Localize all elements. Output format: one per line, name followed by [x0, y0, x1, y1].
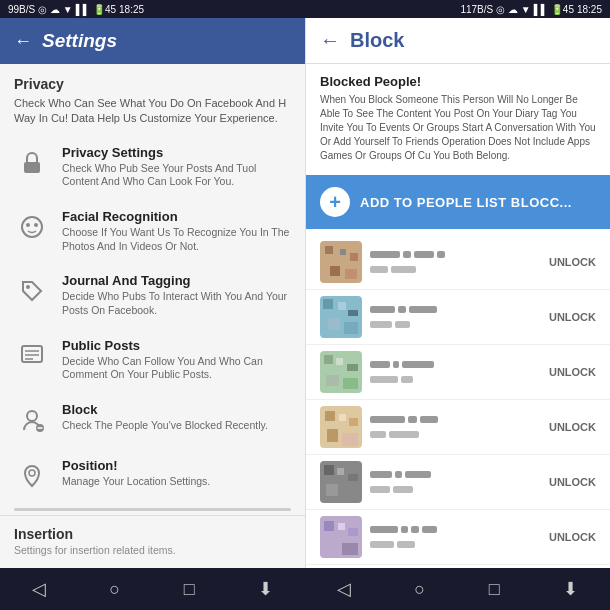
facial-recognition-title: Facial Recognition — [62, 209, 291, 224]
svg-rect-24 — [344, 322, 358, 334]
main-container: ← Settings Privacy Check Who Can See Wha… — [0, 18, 610, 568]
svg-rect-20 — [323, 299, 333, 309]
svg-rect-34 — [349, 418, 358, 426]
left-back-arrow[interactable]: ← — [14, 31, 32, 52]
add-to-blocked-list-button[interactable]: + ADD TO PEOPLE LIST BLOCC... — [306, 175, 610, 229]
nav-recents-icon[interactable]: □ — [184, 579, 195, 600]
journal-tagging-title: Journal And Tagging — [62, 273, 291, 288]
right-icons: ◎ ☁ ▼ — [496, 4, 530, 15]
nav-home-right-icon[interactable]: ○ — [414, 579, 425, 600]
unlock-button-3[interactable]: UNLOCK — [549, 366, 596, 378]
sidebar-item-public-posts[interactable]: Public Posts Decide Who Can Follow You A… — [0, 328, 305, 392]
svg-rect-39 — [337, 468, 344, 475]
journal-tagging-desc: Decide Who Pubs To Interact With You And… — [62, 290, 291, 317]
privacy-settings-text: Privacy Settings Check Who Pub See Your … — [62, 145, 291, 189]
blocked-user-5: UNLOCK — [306, 455, 610, 510]
svg-rect-32 — [325, 411, 335, 421]
svg-rect-36 — [342, 433, 358, 446]
sidebar-item-privacy-settings[interactable]: Privacy Settings Check Who Pub See Your … — [0, 135, 305, 199]
blocked-people-desc: When You Block Someone This Person Will … — [320, 93, 596, 163]
add-plus-icon: + — [320, 187, 350, 217]
svg-rect-21 — [338, 302, 346, 310]
insertion-desc: Settings for insertion related items. — [14, 544, 291, 556]
user-name-blocks-2 — [370, 306, 541, 313]
sidebar-item-facial-recognition[interactable]: Facial Recognition Choose If You Want Us… — [0, 199, 305, 263]
insertion-title: Insertion — [14, 526, 291, 542]
svg-rect-35 — [327, 429, 338, 442]
right-title: Block — [350, 29, 404, 52]
unlock-button-6[interactable]: UNLOCK — [549, 531, 596, 543]
svg-rect-23 — [328, 318, 340, 330]
svg-rect-30 — [343, 378, 358, 389]
svg-rect-15 — [340, 249, 346, 255]
facial-recognition-desc: Choose If You Want Us To Recognize You I… — [62, 226, 291, 253]
public-posts-title: Public Posts — [62, 338, 291, 353]
right-panel: ← Block Blocked People! When You Block S… — [305, 18, 610, 568]
nav-menu-right-icon[interactable]: ⬇ — [563, 578, 578, 600]
user-avatar-4 — [320, 406, 362, 448]
svg-rect-47 — [326, 540, 338, 552]
unlock-button-5[interactable]: UNLOCK — [549, 476, 596, 488]
user-avatar-5 — [320, 461, 362, 503]
svg-rect-44 — [324, 521, 334, 531]
location-icon — [14, 458, 50, 494]
nav-back-right-icon[interactable]: ◁ — [337, 578, 351, 600]
right-speed: 117B/S — [460, 4, 493, 15]
right-back-arrow[interactable]: ← — [320, 29, 340, 52]
svg-rect-22 — [348, 310, 358, 316]
privacy-section-desc: Check Who Can See What You Do On Faceboo… — [14, 96, 291, 127]
svg-rect-29 — [326, 375, 339, 386]
left-content: Privacy Check Who Can See What You Do On… — [0, 64, 305, 568]
nav-home-icon[interactable]: ○ — [109, 579, 120, 600]
svg-rect-17 — [330, 266, 340, 276]
right-time: 18:25 — [577, 4, 602, 15]
user-info-3 — [370, 361, 541, 383]
sidebar-item-journal-tagging[interactable]: Journal And Tagging Decide Who Pubs To I… — [0, 263, 305, 327]
svg-rect-14 — [325, 246, 333, 254]
facial-recognition-text: Facial Recognition Choose If You Want Us… — [62, 209, 291, 253]
user-name-blocks-4 — [370, 416, 541, 423]
user-info-4 — [370, 416, 541, 438]
left-speed: 99B/S — [8, 4, 35, 15]
nav-recents-right-icon[interactable]: □ — [489, 579, 500, 600]
svg-rect-38 — [324, 465, 334, 475]
left-panel: ← Settings Privacy Check Who Can See Wha… — [0, 18, 305, 568]
lock-icon — [14, 145, 50, 181]
unlock-button-1[interactable]: UNLOCK — [549, 256, 596, 268]
unlock-button-2[interactable]: UNLOCK — [549, 311, 596, 323]
nav-back-icon[interactable]: ◁ — [32, 578, 46, 600]
block-title: Block — [62, 402, 291, 417]
user-avatar-1 — [320, 241, 362, 283]
svg-rect-33 — [339, 414, 346, 421]
left-header: ← Settings — [0, 18, 305, 64]
unlock-button-4[interactable]: UNLOCK — [549, 421, 596, 433]
scrollbar — [14, 508, 291, 511]
position-text: Position! Manage Your Location Settings. — [62, 458, 291, 489]
privacy-section-title: Privacy — [14, 76, 291, 92]
privacy-section: Privacy Check Who Can See What You Do On… — [0, 64, 305, 135]
left-battery: 🔋45 — [93, 4, 116, 15]
status-left: 99B/S ◎ ☁ ▼ ▌▌ 🔋45 18:25 — [8, 4, 144, 15]
svg-rect-27 — [336, 358, 343, 365]
blocked-user-2: UNLOCK — [306, 290, 610, 345]
sidebar-item-block[interactable]: Block Check The People You've Blocked Re… — [0, 392, 305, 448]
svg-rect-28 — [347, 364, 358, 371]
public-posts-desc: Decide Who Can Follow You And Who Can Co… — [62, 355, 291, 382]
svg-rect-45 — [338, 523, 345, 530]
nav-menu-icon[interactable]: ⬇ — [258, 578, 273, 600]
sidebar-item-position[interactable]: Position! Manage Your Location Settings. — [0, 448, 305, 504]
user-name-blocks-3 — [370, 361, 541, 368]
svg-point-2 — [26, 223, 30, 227]
svg-point-3 — [34, 223, 38, 227]
public-posts-text: Public Posts Decide Who Can Follow You A… — [62, 338, 291, 382]
user-avatar-3 — [320, 351, 362, 393]
tag-icon — [14, 273, 50, 309]
svg-rect-41 — [326, 484, 338, 496]
user-info-2 — [370, 306, 541, 328]
svg-point-4 — [26, 285, 30, 289]
blocked-people-title: Blocked People! — [320, 74, 596, 89]
left-time: 18:25 — [119, 4, 144, 15]
privacy-settings-title: Privacy Settings — [62, 145, 291, 160]
user-name-blocks-6 — [370, 526, 541, 533]
svg-rect-18 — [345, 269, 357, 279]
